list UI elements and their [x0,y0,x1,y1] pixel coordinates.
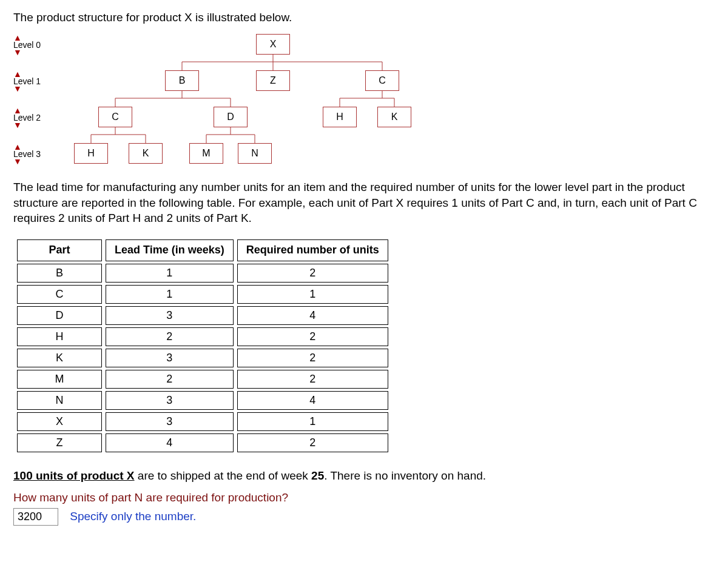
cell-req: 4 [237,306,388,325]
ship-tail: . There is no inventory on hand. [324,469,486,482]
cell-part: C [17,285,102,304]
tree-node-X: X [256,34,290,55]
table-row: X31 [17,412,388,431]
cell-lead: 3 [106,412,234,431]
level-label: ▲Level 1▼ [13,72,56,91]
tree-node-H: H [323,107,357,127]
cell-req: 2 [237,264,388,283]
tree-node-B: B [165,70,199,91]
answer-input[interactable]: 3200 [13,508,58,526]
intro-text: The product structure for product X is i… [13,11,717,24]
cell-req: 2 [237,370,388,389]
table-row: D34 [17,306,388,325]
answer-hint: Specify only the number. [70,510,196,523]
table-row: Z42 [17,433,388,452]
cell-lead: 3 [106,349,234,367]
col-lead: Lead Time (in weeks) [106,239,234,261]
level-label: ▲Level 2▼ [13,108,56,127]
cell-req: 1 [237,285,388,304]
cell-part: H [17,327,102,346]
product-tree: XBZCCDHKHKMN▲Level 0▼▲Level 1▼▲Level 2▼▲… [13,28,717,173]
cell-part: B [17,264,102,283]
table-row: B12 [17,264,388,283]
description-paragraph: The lead time for manufacturing any numb… [13,179,717,226]
cell-lead: 1 [106,264,234,283]
col-req: Required number of units [237,239,388,261]
table-row: N34 [17,391,388,410]
tree-node-M: M [189,143,223,164]
cell-req: 2 [237,327,388,346]
question-text: How many units of part N are required fo… [13,491,717,504]
parts-table: Part Lead Time (in weeks) Required numbe… [13,237,392,455]
ship-week: 25 [311,469,324,482]
cell-lead: 4 [106,433,234,452]
col-part: Part [17,239,102,261]
cell-lead: 2 [106,370,234,389]
shipment-statement: 100 units of product X are to shipped at… [13,469,717,483]
cell-lead: 2 [106,327,234,346]
tree-node-N: N [238,143,272,164]
tree-node-K: K [129,143,163,164]
cell-lead: 3 [106,306,234,325]
cell-part: N [17,391,102,410]
cell-req: 2 [237,349,388,367]
cell-part: X [17,412,102,431]
cell-part: K [17,349,102,367]
cell-part: M [17,370,102,389]
tree-node-C: C [98,107,132,127]
table-row: C11 [17,285,388,304]
cell-req: 4 [237,391,388,410]
tree-node-D: D [214,107,248,127]
table-row: H22 [17,327,388,346]
cell-part: D [17,306,102,325]
table-row: K32 [17,349,388,367]
cell-lead: 3 [106,391,234,410]
cell-req: 1 [237,412,388,431]
level-label: ▲Level 3▼ [13,144,56,164]
ship-mid: are to shipped at the end of week [135,469,312,482]
cell-part: Z [17,433,102,452]
table-row: M22 [17,370,388,389]
answer-row: 3200 Specify only the number. [13,508,717,526]
level-label: ▲Level 0▼ [13,35,56,55]
cell-lead: 1 [106,285,234,304]
cell-req: 2 [237,433,388,452]
tree-node-K: K [377,107,411,127]
tree-node-Z: Z [256,70,290,91]
tree-node-H: H [74,143,108,164]
ship-units: 100 units of product X [13,469,135,482]
tree-node-C: C [365,70,399,91]
